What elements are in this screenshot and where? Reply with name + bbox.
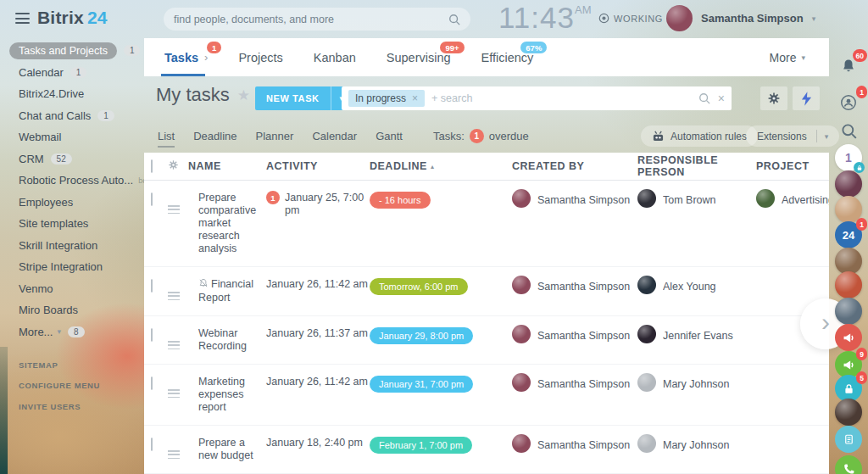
favorite-star-icon[interactable]: ★ (237, 86, 250, 104)
row-checkbox[interactable] (151, 192, 153, 206)
filter-settings-button[interactable] (760, 86, 787, 110)
sidebar-link-sitemap[interactable]: SITEMAP (0, 354, 144, 376)
row-select-cell (151, 365, 168, 400)
responsible-person[interactable]: Mary Johnson (637, 376, 756, 392)
created-by-person[interactable]: Samantha Simpson (512, 278, 637, 294)
overdue-counter[interactable]: Tasks: 1 overdue (433, 129, 529, 143)
view-planner[interactable]: Planner (256, 130, 294, 142)
automation-rules-button[interactable]: Automation rules (641, 125, 758, 147)
automation-bolt-button[interactable] (793, 86, 820, 110)
strip-avatar[interactable] (835, 271, 862, 298)
new-task-button[interactable]: NEW TASK ▾ (255, 86, 352, 110)
sidebar-item-employees[interactable]: Employees (0, 192, 144, 214)
row-checkbox[interactable] (151, 376, 153, 390)
created-by-cell: Samantha Simpson (512, 267, 637, 305)
tab-tasks[interactable]: Tasks›1 (159, 38, 213, 76)
view-gantt[interactable]: Gantt (376, 130, 403, 142)
responsible-person[interactable]: Alex Young (637, 278, 756, 294)
column-header-activity[interactable]: ACTIVITY (266, 160, 370, 173)
task-name-cell[interactable]: Prepare a new budget (188, 426, 266, 473)
sidebar-item-venmo[interactable]: Venmo (0, 278, 144, 300)
tab-badge: 67% (520, 42, 547, 53)
strip-bitrix24-icon[interactable]: 241 (835, 221, 862, 248)
sidebar-item-calendar[interactable]: Calendar1 (0, 62, 144, 84)
drag-handle-icon[interactable] (168, 341, 180, 349)
row-checkbox[interactable] (151, 438, 153, 451)
tab-efficiency[interactable]: Efficiency67% (476, 38, 539, 76)
column-header-created-by[interactable]: CREATED BY (512, 160, 637, 172)
task-name-cell[interactable]: Marketing expenses report (188, 365, 266, 425)
sidebar-item-webmail[interactable]: Webmail (0, 126, 144, 148)
sidebar-item-miro-boards[interactable]: Miro Boards (0, 299, 144, 321)
created-by-person[interactable]: Samantha Simpson (512, 327, 637, 343)
task-name-cell[interactable]: Webinar Recording (188, 316, 266, 364)
strip-avatar[interactable] (835, 170, 862, 198)
drag-handle-icon[interactable] (168, 450, 180, 459)
strip-megaphone-icon[interactable] (835, 324, 862, 351)
strip-birthday-icon[interactable]: 1 (835, 144, 862, 171)
column-header-label: DEADLINE (370, 160, 427, 172)
sidebar-link-invite-users[interactable]: INVITE USERS (0, 396, 144, 417)
drag-handle-icon[interactable] (168, 292, 180, 300)
tab-kanban[interactable]: Kanban (309, 38, 361, 76)
user-menu[interactable]: Samantha Simpson ▾ (666, 5, 815, 31)
sidebar-item-skrill-integration[interactable]: Skrill Integration (0, 235, 144, 257)
gear-icon[interactable] (168, 159, 179, 170)
task-name-cell[interactable]: Financial Report (188, 267, 266, 315)
column-header-name[interactable]: NAME (188, 160, 266, 173)
tab-more[interactable]: More▾ (770, 38, 805, 76)
responsible-person[interactable]: Mary Johnson (637, 437, 756, 453)
logo[interactable]: Bitrix24 (37, 8, 108, 28)
view-list[interactable]: List (158, 130, 175, 142)
tab-supervising[interactable]: Supervising99+ (381, 38, 456, 76)
strip-user-circle-icon[interactable]: 1 (835, 89, 862, 116)
drag-handle-icon[interactable] (168, 389, 180, 398)
task-name: Marketing expenses report (198, 376, 245, 413)
menu-icon[interactable] (15, 13, 30, 24)
project-person[interactable]: Advertising and (756, 192, 829, 208)
task-name-cell[interactable]: Prepare comparative market research anal… (188, 181, 266, 266)
filter-chip[interactable]: In progress × (348, 90, 425, 107)
created-by-person[interactable]: Samantha Simpson (512, 437, 637, 453)
select-all-checkbox[interactable] (151, 159, 153, 173)
view-deadline[interactable]: Deadline (193, 130, 236, 142)
drag-handle-icon[interactable] (168, 205, 180, 214)
row-checkbox[interactable] (151, 279, 153, 293)
created-by-person[interactable]: Samantha Simpson (512, 192, 637, 208)
global-search-input[interactable]: find people, documents, and more (164, 8, 470, 31)
responsible-person[interactable]: Tom Brown (637, 192, 756, 208)
column-header-project[interactable]: PROJECT (756, 160, 829, 172)
task-table: NAMEACTIVITYDEADLINE▴CREATED BYRESPONSIB… (144, 153, 829, 474)
tab-label: Kanban (314, 51, 356, 64)
chevron-down-icon: ▾ (57, 327, 61, 336)
chip-remove-icon[interactable]: × (412, 92, 418, 104)
strip-bell-icon[interactable]: 60 (835, 53, 862, 80)
strip-search-icon[interactable] (835, 117, 862, 144)
tab-projects[interactable]: Projects (233, 38, 287, 76)
strip-avatar[interactable] (835, 298, 862, 325)
strip-phone-icon[interactable] (835, 455, 862, 474)
sidebar-item-crm[interactable]: CRM52 (0, 148, 144, 170)
column-header-responsible-person[interactable]: RESPONSIBLE PERSON (637, 154, 756, 178)
clear-filter-icon[interactable]: × (718, 92, 725, 105)
strip-document-icon[interactable] (835, 426, 862, 453)
strip-avatar[interactable] (835, 399, 862, 426)
view-calendar[interactable]: Calendar (312, 130, 357, 142)
created-by-person[interactable]: Samantha Simpson (512, 376, 637, 392)
table-row: Financial ReportJanuary 26, 11:42 amTomo… (144, 267, 829, 316)
sidebar-item-bitrix24-drive[interactable]: Bitrix24.Drive (0, 83, 144, 105)
column-header-deadline[interactable]: DEADLINE▴ (370, 160, 512, 172)
sidebar-item-robotic-process-auto[interactable]: Robotic Process Auto...beta (0, 170, 144, 192)
sidebar-item-site-templates[interactable]: Site templates (0, 213, 144, 235)
sidebar-item-more[interactable]: More...▾8 (0, 321, 144, 343)
work-status[interactable]: WORKING (598, 13, 663, 24)
sidebar-item-stripe-integration[interactable]: Stripe Integration (0, 256, 144, 278)
responsible-person[interactable]: Jennifer Evans (637, 327, 756, 343)
extensions-button[interactable]: Extensions ▾ (746, 125, 839, 147)
sidebar-link-configure-menu[interactable]: CONFIGURE MENU (0, 376, 144, 397)
row-checkbox[interactable] (151, 328, 153, 342)
search-icon[interactable] (698, 92, 710, 104)
filter-search-bar[interactable]: In progress × + search × (342, 86, 732, 110)
sidebar-item-tasks-and-projects[interactable]: Tasks and Projects1 (0, 40, 144, 62)
sidebar-item-chat-and-calls[interactable]: Chat and Calls1 (0, 105, 144, 127)
